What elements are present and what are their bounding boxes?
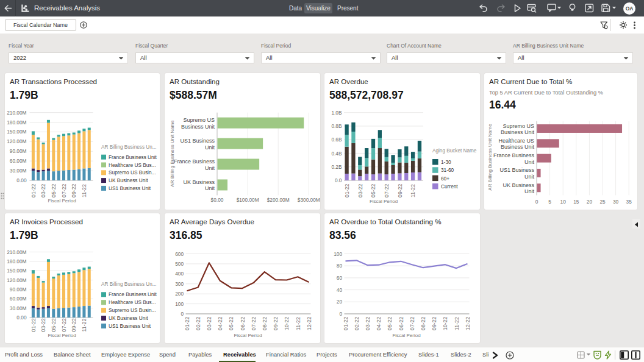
svg-text:80: 80 xyxy=(337,263,343,269)
svg-text:0: 0 xyxy=(339,311,342,317)
svg-text:01-22: 01-22 xyxy=(344,183,350,197)
svg-text:02-22: 02-22 xyxy=(195,316,201,330)
svg-text:Supremo US: Supremo US xyxy=(503,123,534,129)
svg-text:15: 15 xyxy=(573,199,579,205)
svg-text:0: 0 xyxy=(181,311,184,317)
svg-text:90.00M: 90.00M xyxy=(10,148,27,154)
svg-text:$100.00M: $100.00M xyxy=(237,197,259,203)
svg-text:120.00M: 120.00M xyxy=(7,277,26,283)
svg-text:04-22: 04-22 xyxy=(217,316,223,330)
svg-text:03-22: 03-22 xyxy=(40,183,46,197)
svg-text:03-22: 03-22 xyxy=(206,316,212,330)
svg-text:$300.00M: $300.00M xyxy=(298,197,320,203)
svg-text:Aging Bucket Name: Aging Bucket Name xyxy=(432,148,477,154)
svg-text:07-22: 07-22 xyxy=(409,316,415,330)
svg-text:UK Business: UK Business xyxy=(503,182,534,188)
svg-text:AR Billing Business Un...: AR Billing Business Un... xyxy=(101,282,157,287)
svg-text:11-22: 11-22 xyxy=(81,319,87,332)
svg-text:France Business: France Business xyxy=(174,158,215,165)
svg-text:09-22: 09-22 xyxy=(397,183,403,197)
svg-text:10: 10 xyxy=(560,199,567,205)
svg-text:60: 60 xyxy=(337,275,343,281)
svg-text:Fiscal Period: Fiscal Period xyxy=(392,333,420,338)
svg-text:Business Unit: Business Unit xyxy=(181,124,215,130)
svg-text:01-22: 01-22 xyxy=(30,318,37,332)
svg-text:01-22: 01-22 xyxy=(343,316,349,330)
svg-text:500: 500 xyxy=(175,261,184,267)
svg-text:Supremo US Busin...: Supremo US Busin... xyxy=(109,307,156,313)
svg-text:US1 Business Unit: US1 Business Unit xyxy=(109,185,151,191)
svg-text:200: 200 xyxy=(175,291,184,297)
svg-text:30: 30 xyxy=(613,199,619,205)
svg-text:0.6B: 0.6B xyxy=(331,137,342,143)
svg-text:Supremo US: Supremo US xyxy=(183,117,215,123)
svg-text:210.00M: 210.00M xyxy=(7,249,26,255)
svg-text:90.00M: 90.00M xyxy=(10,286,27,293)
svg-text:12-22: 12-22 xyxy=(465,316,471,330)
svg-text:30.00M: 30.00M xyxy=(10,305,27,311)
svg-text:09-22: 09-22 xyxy=(71,318,77,332)
svg-text:US1 Business: US1 Business xyxy=(499,167,534,173)
svg-text:0.00: 0.00 xyxy=(16,177,27,183)
svg-text:25: 25 xyxy=(599,199,606,205)
svg-text:05-22: 05-22 xyxy=(51,183,57,197)
svg-text:20: 20 xyxy=(337,299,343,305)
svg-text:5: 5 xyxy=(548,199,551,205)
svg-text:Fiscal Period: Fiscal Period xyxy=(370,199,398,204)
svg-text:0.8B: 0.8B xyxy=(331,123,342,129)
svg-text:AR Billing Business Un...: AR Billing Business Un... xyxy=(101,144,157,150)
svg-text:France Business Unit: France Business Unit xyxy=(109,154,157,160)
svg-text:07-22: 07-22 xyxy=(61,183,67,197)
svg-text:12-22: 12-22 xyxy=(306,316,312,330)
svg-text:03-22: 03-22 xyxy=(357,183,363,197)
svg-text:Business Unit: Business Unit xyxy=(501,129,535,135)
svg-text:Unit: Unit xyxy=(524,174,535,180)
svg-text:Fiscal Period: Fiscal Period xyxy=(48,198,76,204)
svg-text:300: 300 xyxy=(175,281,184,287)
svg-text:07-22: 07-22 xyxy=(384,183,390,197)
svg-text:120.00M: 120.00M xyxy=(7,138,26,144)
svg-text:05-22: 05-22 xyxy=(370,183,376,197)
svg-text:20: 20 xyxy=(587,199,593,205)
svg-text:03-22: 03-22 xyxy=(40,318,46,332)
svg-text:$0.00: $0.00 xyxy=(211,197,224,203)
svg-text:US1 Business: US1 Business xyxy=(180,138,215,144)
svg-text:100: 100 xyxy=(334,251,342,257)
svg-text:08-22: 08-22 xyxy=(420,316,426,330)
svg-text:Fiscal Period: Fiscal Period xyxy=(48,333,76,338)
svg-text:35: 35 xyxy=(626,199,632,205)
svg-text:180.00M: 180.00M xyxy=(7,119,26,126)
svg-text:10-22: 10-22 xyxy=(284,316,290,330)
svg-text:UK Business: UK Business xyxy=(183,179,215,185)
svg-text:40: 40 xyxy=(337,287,343,293)
svg-text:01-22: 01-22 xyxy=(30,183,37,197)
svg-text:06-22: 06-22 xyxy=(398,316,404,330)
svg-text:Unit: Unit xyxy=(205,144,215,151)
svg-text:05-22: 05-22 xyxy=(51,318,57,332)
svg-text:06-22: 06-22 xyxy=(240,316,246,330)
svg-text:Healthcare US Bus...: Healthcare US Bus... xyxy=(109,299,156,305)
svg-text:05-22: 05-22 xyxy=(228,316,234,330)
svg-text:400: 400 xyxy=(175,271,184,277)
svg-text:$200.00M: $200.00M xyxy=(267,197,290,203)
svg-text:Healthcare US Bus...: Healthcare US Bus... xyxy=(109,162,156,168)
svg-text:07-22: 07-22 xyxy=(251,316,257,330)
svg-text:03-22: 03-22 xyxy=(365,316,371,330)
svg-text:0: 0 xyxy=(535,199,538,205)
svg-text:France Business: France Business xyxy=(493,152,535,158)
svg-text:0.2B: 0.2B xyxy=(331,164,342,170)
svg-text:04-22: 04-22 xyxy=(376,316,382,330)
svg-text:02-22: 02-22 xyxy=(354,316,360,330)
svg-text:05-22: 05-22 xyxy=(387,316,393,330)
svg-text:1.0B: 1.0B xyxy=(331,110,342,116)
svg-text:09-22: 09-22 xyxy=(431,316,437,330)
svg-text:Fiscal Period: Fiscal Period xyxy=(234,333,262,338)
svg-text:Unit: Unit xyxy=(524,159,535,165)
svg-text:150.00M: 150.00M xyxy=(7,268,26,274)
svg-text:Supremo US Busin...: Supremo US Busin... xyxy=(109,169,156,176)
svg-text:Business Unit: Business Unit xyxy=(501,144,535,150)
svg-text:600: 600 xyxy=(175,251,184,257)
svg-text:AR Billing Business Unit Name: AR Billing Business Unit Name xyxy=(487,124,493,191)
svg-text:07-22: 07-22 xyxy=(61,318,67,332)
svg-text:Unit: Unit xyxy=(524,188,535,194)
